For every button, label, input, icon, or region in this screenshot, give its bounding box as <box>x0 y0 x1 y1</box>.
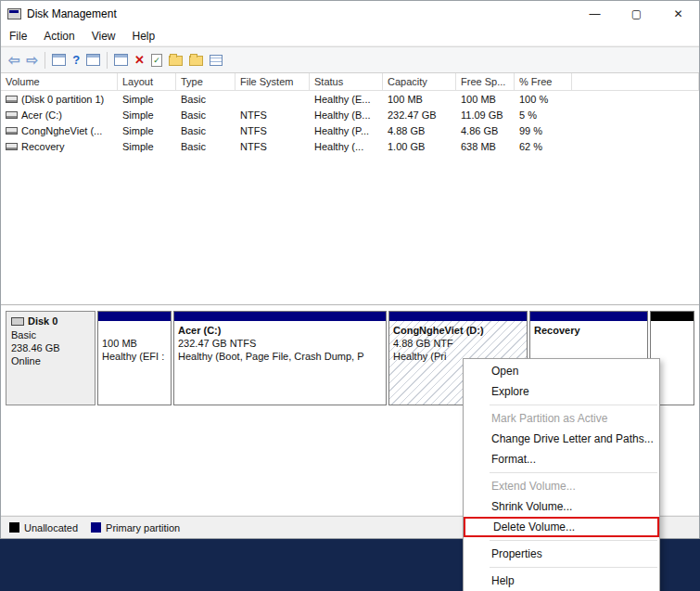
partition-color-bar <box>530 312 647 321</box>
window-controls: — ▢ ✕ <box>574 1 699 26</box>
legend-primary-partition: Primary partition <box>91 522 180 533</box>
back-icon[interactable]: ⇦ <box>8 53 20 67</box>
partition-name: Recovery <box>534 324 643 337</box>
column-header-volume[interactable]: Volume <box>1 73 118 90</box>
menu-item-change-drive-letter[interactable]: Change Drive Letter and Paths... <box>464 429 659 449</box>
unallocated-swatch <box>9 522 19 533</box>
primary-partition-swatch <box>91 522 101 533</box>
volume-free-space: 11.09 GB <box>456 109 515 121</box>
partition-color-bar <box>389 312 527 321</box>
partition-acer-c[interactable]: Acer (C:) 232.47 GB NTFS Healthy (Boot, … <box>173 311 387 405</box>
volume-capacity: 1.00 GB <box>383 141 456 152</box>
close-button[interactable]: ✕ <box>657 1 699 26</box>
menu-bar: File Action View Help <box>1 26 699 46</box>
help-icon[interactable]: ? <box>72 53 80 67</box>
menu-item-help[interactable]: Help <box>464 571 659 591</box>
menu-help[interactable]: Help <box>124 28 164 45</box>
unallocated-color-bar <box>651 312 694 321</box>
folder-open-icon[interactable] <box>189 56 203 66</box>
volume-name: Recovery <box>21 141 64 152</box>
action-pane-icon[interactable] <box>86 54 100 66</box>
volume-list-header: Volume Layout Type File System Status Ca… <box>1 73 699 91</box>
titlebar: Disk Management — ▢ ✕ <box>1 1 699 26</box>
volume-pct-free: 100 % <box>515 94 572 105</box>
disk-icon <box>11 317 24 326</box>
volume-capacity: 4.88 GB <box>383 125 456 136</box>
forward-icon[interactable]: ⇨ <box>27 53 39 67</box>
partition-name: CongNgheViet (D:) <box>393 324 523 337</box>
volume-icon <box>6 143 18 150</box>
column-header-status[interactable]: Status <box>310 73 383 90</box>
popup-window-icon[interactable] <box>114 54 128 66</box>
menu-item-open[interactable]: Open <box>464 361 659 381</box>
partition-name: Acer (C:) <box>178 324 382 337</box>
menu-item-explore[interactable]: Explore <box>464 381 659 402</box>
volume-layout: Simple <box>118 109 176 121</box>
table-row[interactable]: (Disk 0 partition 1) Simple Basic Health… <box>1 91 699 107</box>
column-header-type[interactable]: Type <box>176 73 235 90</box>
legend-unallocated: Unallocated <box>9 522 78 533</box>
menu-separator <box>490 540 657 541</box>
legend-primary-label: Primary partition <box>106 522 180 533</box>
menu-item-shrink-volume[interactable]: Shrink Volume... <box>464 496 659 517</box>
volume-capacity: 232.47 GB <box>383 109 456 121</box>
volume-icon <box>6 96 18 103</box>
disk-name: Disk 0 <box>28 315 57 327</box>
legend-unallocated-label: Unallocated <box>24 522 78 533</box>
volume-pct-free: 99 % <box>515 125 572 136</box>
menu-separator <box>490 472 657 473</box>
disk-size: 238.46 GB <box>11 342 90 353</box>
menu-file[interactable]: File <box>1 28 35 45</box>
menu-item-properties[interactable]: Properties <box>464 544 659 564</box>
menu-action[interactable]: Action <box>35 28 83 45</box>
disk-status: Online <box>11 355 90 366</box>
disk-management-app-icon <box>7 8 21 19</box>
partition-name <box>102 324 167 337</box>
disk-info-panel[interactable]: Disk 0 Basic 238.46 GB Online <box>6 311 95 405</box>
maximize-button[interactable]: ▢ <box>616 1 657 26</box>
volume-list-pane: Volume Layout Type File System Status Ca… <box>1 73 699 305</box>
column-header-file-system[interactable]: File System <box>235 73 310 90</box>
menu-separator <box>490 405 657 405</box>
minimize-button[interactable]: — <box>574 1 616 26</box>
folder-up-icon[interactable] <box>169 56 183 66</box>
volume-free-space: 638 MB <box>456 141 515 152</box>
partition-efi[interactable]: 100 MB Healthy (EFI : <box>97 311 172 405</box>
volume-status: Healthy (E... <box>310 94 383 105</box>
volume-name: Acer (C:) <box>21 109 62 121</box>
volume-type: Basic <box>176 141 235 152</box>
volume-capacity: 100 MB <box>383 94 456 105</box>
column-header-free-space[interactable]: Free Sp... <box>456 73 515 90</box>
volume-name: (Disk 0 partition 1) <box>21 94 104 105</box>
volume-free-space: 100 MB <box>456 94 515 105</box>
window-title: Disk Management <box>27 7 117 20</box>
delete-icon[interactable]: ✕ <box>134 53 145 67</box>
partition-size: 232.47 GB NTFS <box>178 337 382 350</box>
details-icon[interactable] <box>210 55 223 66</box>
context-menu: Open Explore Mark Partition as Active Ch… <box>463 358 660 591</box>
column-header-blank <box>572 73 699 90</box>
partition-color-bar <box>174 312 386 321</box>
menu-view[interactable]: View <box>83 28 124 45</box>
volume-name: CongNgheViet (... <box>21 125 102 136</box>
partition-status: Healthy (Boot, Page File, Crash Dump, P <box>178 350 382 363</box>
column-header-pct-free[interactable]: % Free <box>515 73 572 90</box>
console-tree-icon[interactable] <box>52 54 66 66</box>
volume-pct-free: 62 % <box>515 141 572 152</box>
toolbar-separator <box>45 52 45 69</box>
menu-separator <box>490 567 657 568</box>
partition-size: 100 MB <box>102 337 167 350</box>
partition-size: 4.88 GB NTF <box>393 337 523 350</box>
menu-item-delete-volume[interactable]: Delete Volume... <box>464 517 659 537</box>
table-row[interactable]: CongNgheViet (... Simple Basic NTFS Heal… <box>1 122 699 138</box>
volume-icon <box>6 127 18 135</box>
column-header-layout[interactable]: Layout <box>118 73 176 90</box>
partition-status: Healthy (EFI : <box>102 350 167 363</box>
volume-status: Healthy (B... <box>310 109 383 121</box>
volume-layout: Simple <box>118 94 176 105</box>
table-row[interactable]: Recovery Simple Basic NTFS Healthy (... … <box>1 138 699 154</box>
column-header-capacity[interactable]: Capacity <box>383 73 456 90</box>
script-check-icon[interactable]: ✓ <box>151 54 162 67</box>
menu-item-format[interactable]: Format... <box>464 449 659 469</box>
table-row[interactable]: Acer (C:) Simple Basic NTFS Healthy (B..… <box>1 107 699 122</box>
